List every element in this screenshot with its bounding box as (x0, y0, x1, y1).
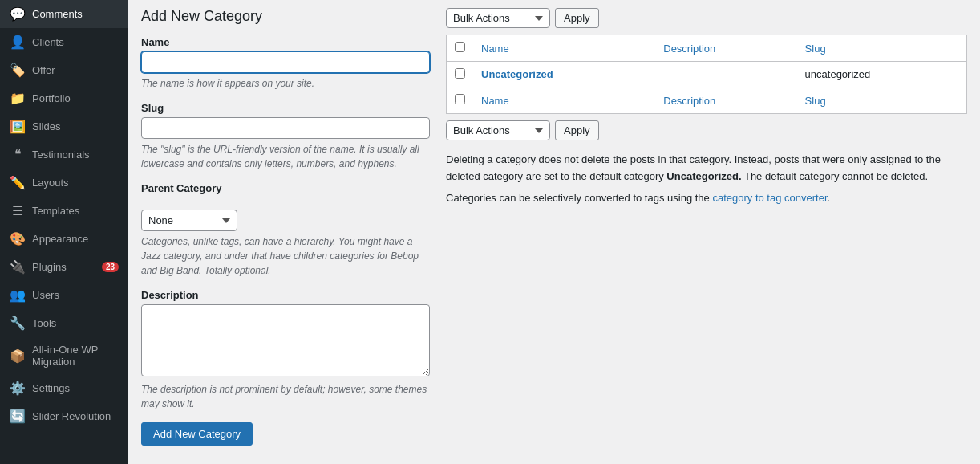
slider-revolution-icon: 🔄 (10, 409, 26, 424)
row-checkbox-1[interactable] (455, 68, 465, 79)
sidebar-label-portfolio: Portfolio (32, 92, 119, 104)
bulk-actions-select-bottom[interactable]: Bulk Actions (446, 120, 550, 140)
sidebar-item-testimonials[interactable]: ❝ Testimonials (0, 140, 128, 169)
slug-label: Slug (141, 102, 430, 114)
comments-icon: 💬 (10, 6, 26, 22)
sidebar-label-users: Users (32, 289, 119, 301)
row-checkbox-cell (447, 62, 474, 88)
sidebar-item-plugins[interactable]: 🔌 Plugins 23 (0, 253, 128, 281)
sidebar-item-comments[interactable]: 💬 Comments (0, 0, 128, 28)
sidebar-item-templates[interactable]: ☰ Templates (0, 197, 128, 225)
slug-hint: The "slug" is the URL-friendly version o… (141, 142, 430, 171)
sidebar-item-slider-revolution[interactable]: 🔄 Slider Revolution (0, 402, 128, 430)
parent-category-select[interactable]: None (141, 210, 237, 231)
add-new-category-button[interactable]: Add New Category (141, 422, 253, 446)
tfoot-description[interactable]: Description (655, 88, 796, 114)
portfolio-icon: 📁 (10, 91, 26, 106)
testimonials-icon: ❝ (10, 147, 26, 162)
sidebar-label-layouts: Layouts (32, 177, 119, 189)
tools-icon: 🔧 (10, 315, 26, 331)
sidebar-label-testimonials: Testimonials (32, 149, 119, 161)
sidebar-item-appearance[interactable]: 🎨 Appearance (0, 225, 128, 253)
allinone-icon: 📦 (10, 348, 26, 364)
name-label: Name (141, 36, 430, 48)
sidebar-label-plugins: Plugins (32, 261, 95, 273)
info-text-3: Categories can be selectively converted … (446, 192, 712, 204)
slug-input[interactable] (141, 117, 430, 139)
bulk-actions-select-top[interactable]: Bulk Actions (446, 8, 550, 28)
slides-icon: 🖼️ (10, 119, 26, 134)
sidebar-item-users[interactable]: 👥 Users (0, 281, 128, 309)
info-text-4: . (828, 192, 831, 204)
sidebar-item-offer[interactable]: 🏷️ Offer (0, 56, 128, 84)
sidebar-item-allinone[interactable]: 📦 All-in-One WP Migration (0, 337, 128, 374)
row-name-cell: Uncategorized (473, 62, 655, 88)
offer-icon: 🏷️ (10, 63, 26, 78)
table-row: Uncategorized — uncategorized (447, 62, 967, 88)
description-hint: The description is not prominent by defa… (141, 382, 430, 411)
users-icon: 👥 (10, 287, 26, 303)
form-title: Add New Category (141, 8, 430, 25)
bulk-actions-bottom: Bulk Actions Apply (446, 120, 967, 140)
tfoot-checkbox (447, 88, 474, 114)
category-name-1[interactable]: Uncategorized (481, 68, 553, 80)
sidebar-label-offer: Offer (32, 64, 119, 76)
sidebar-label-tools: Tools (32, 317, 119, 329)
sidebar-label-slider-revolution: Slider Revolution (32, 410, 119, 422)
th-name[interactable]: Name (473, 35, 655, 62)
description-textarea[interactable] (141, 304, 430, 376)
sidebar: 💬 Comments 👤 Clients 🏷️ Offer 📁 Portfoli… (0, 0, 128, 464)
select-all-checkbox-bottom[interactable] (455, 94, 465, 104)
select-all-checkbox-top[interactable] (455, 42, 465, 52)
category-info: Deleting a category does not delete the … (446, 152, 967, 206)
sidebar-item-portfolio[interactable]: 📁 Portfolio (0, 84, 128, 112)
sidebar-label-settings: Settings (32, 382, 119, 394)
main-content: Add New Category Name The name is how it… (128, 0, 980, 464)
add-category-form-panel: Add New Category Name The name is how it… (141, 8, 446, 456)
th-slug[interactable]: Slug (797, 35, 967, 62)
appearance-icon: 🎨 (10, 231, 26, 246)
categories-table-panel: Bulk Actions Apply Name Description Slug… (446, 8, 967, 456)
th-description[interactable]: Description (655, 35, 796, 62)
clients-icon: 👤 (10, 35, 26, 50)
apply-button-bottom[interactable]: Apply (555, 120, 599, 140)
parent-hint: Categories, unlike tags, can have a hier… (141, 234, 430, 278)
sidebar-item-layouts[interactable]: ✏️ Layouts (0, 169, 128, 197)
info-paragraph-1: Deleting a category does not delete the … (446, 152, 967, 185)
bulk-actions-top: Bulk Actions Apply (446, 8, 967, 28)
tfoot-name[interactable]: Name (473, 88, 655, 114)
tfoot-slug[interactable]: Slug (797, 88, 967, 114)
category-to-tag-converter-link[interactable]: category to tag converter (712, 192, 827, 204)
table-footer-row: Name Description Slug (447, 88, 967, 114)
sidebar-item-settings[interactable]: ⚙️ Settings (0, 374, 128, 402)
templates-icon: ☰ (10, 203, 26, 218)
th-checkbox (447, 35, 474, 62)
sidebar-label-comments: Comments (32, 8, 119, 20)
categories-table: Name Description Slug Uncategorized — un… (446, 35, 967, 114)
table-header-row: Name Description Slug (447, 35, 967, 62)
sidebar-label-allinone: All-in-One WP Migration (32, 344, 119, 368)
description-group: Description The description is not promi… (141, 289, 430, 411)
info-text-2: The default category cannot be deleted. (744, 170, 928, 182)
sidebar-item-tools[interactable]: 🔧 Tools (0, 309, 128, 337)
name-group: Name The name is how it appears on your … (141, 36, 430, 91)
sidebar-label-slides: Slides (32, 120, 119, 132)
badge-plugins: 23 (102, 262, 119, 272)
row-description-cell: — (655, 62, 796, 88)
description-label: Description (141, 289, 430, 301)
plugins-icon: 🔌 (10, 259, 26, 275)
info-bold: Uncategorized. (666, 170, 741, 182)
parent-category-label: Parent Category (141, 182, 430, 194)
sidebar-label-clients: Clients (32, 36, 119, 48)
sidebar-item-slides[interactable]: 🖼️ Slides (0, 112, 128, 140)
sidebar-item-clients[interactable]: 👤 Clients (0, 28, 128, 56)
apply-button-top[interactable]: Apply (555, 8, 599, 28)
settings-icon: ⚙️ (10, 381, 26, 396)
name-input[interactable] (141, 51, 430, 73)
slug-group: Slug The "slug" is the URL-friendly vers… (141, 102, 430, 171)
sidebar-label-templates: Templates (32, 205, 119, 217)
layouts-icon: ✏️ (10, 175, 26, 190)
row-slug-cell: uncategorized (797, 62, 967, 88)
parent-category-group: Parent Category None Categories, unlike … (141, 182, 430, 278)
info-paragraph-2: Categories can be selectively converted … (446, 190, 967, 207)
